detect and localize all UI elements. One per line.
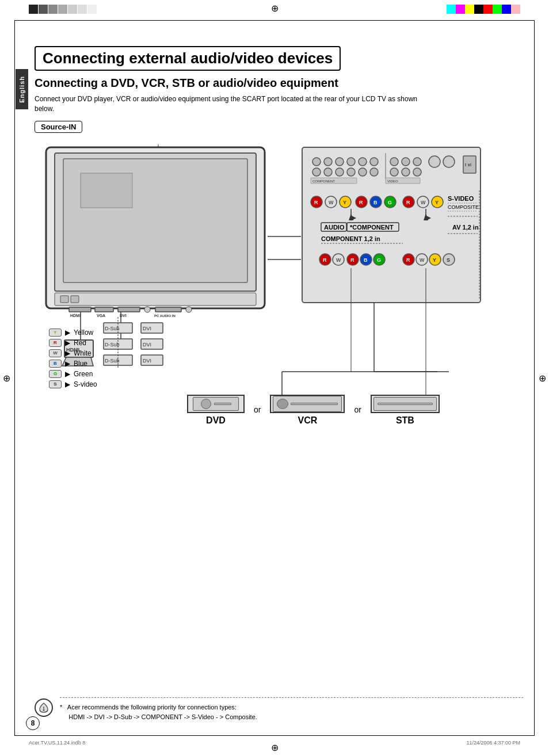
svg-point-27 (413, 158, 421, 166)
svg-text:I ∨I: I ∨I (465, 163, 471, 167)
border-bottom (14, 735, 535, 736)
svg-text:Y: Y (343, 200, 346, 205)
svg-text:VIDEO: VIDEO (387, 180, 398, 183)
svg-rect-99 (155, 307, 181, 312)
svg-point-18 (312, 168, 321, 176)
svg-text:S-VIDEO: S-VIDEO (448, 195, 474, 202)
svg-point-98 (144, 307, 150, 312)
main-diagram-svg: I ∨I COMPONENT VIDEO R W Y R B G R (35, 144, 512, 426)
svg-text:D-Sub: D-Sub (105, 326, 120, 331)
svg-point-23 (370, 168, 378, 176)
svg-text:B: B (373, 200, 378, 205)
svg-text:D-Sub: D-Sub (105, 342, 120, 348)
svg-text:R: R (406, 200, 410, 205)
svg-rect-3 (81, 173, 132, 208)
svg-point-101 (186, 307, 192, 312)
svg-point-16 (359, 158, 367, 166)
svg-point-28 (390, 168, 398, 176)
svg-rect-96 (118, 307, 140, 312)
svg-text:R: R (323, 257, 327, 263)
bottom-info: Acer.TV.US.11.24.indb 8 11/24/2006 4:37:… (29, 740, 520, 746)
vcr-device: VCR (270, 395, 345, 426)
description: Connect your DVD player, VCR or audio/vi… (35, 94, 426, 114)
svg-text:DVI: DVI (143, 342, 151, 348)
svg-text:G: G (377, 257, 381, 263)
stb-label: STB (396, 415, 414, 426)
source-in-label: Source-IN (35, 121, 82, 133)
svg-point-14 (336, 158, 344, 166)
stb-device: STB (371, 395, 440, 426)
note-text: * Acer recommends the following priority… (60, 702, 523, 721)
svg-rect-4 (55, 293, 256, 306)
svg-point-22 (359, 168, 367, 176)
svg-point-20 (336, 168, 344, 176)
language-tab: English (16, 69, 28, 109)
legend-item-green: G ▶ Green (49, 370, 97, 378)
svg-point-15 (347, 158, 355, 166)
svg-point-32 (443, 156, 455, 167)
svg-text:COMPONENT 1,2 in: COMPONENT 1,2 in (321, 235, 380, 242)
language-label: English (18, 76, 25, 103)
svg-text:R: R (350, 257, 354, 263)
svg-point-31 (429, 156, 440, 167)
svg-point-13 (324, 158, 332, 166)
svg-text:COMPOSITE: COMPOSITE (448, 204, 479, 210)
border-left (14, 20, 15, 736)
svg-text:G: G (388, 200, 392, 205)
svg-text:*COMPONENT: *COMPONENT (350, 224, 394, 231)
svg-text:S: S (447, 257, 450, 263)
note-asterisk: * (60, 704, 67, 711)
svg-text:DVI: DVI (143, 358, 151, 364)
svg-rect-94 (95, 307, 113, 312)
note-indent (60, 713, 68, 720)
print-color-bars-right (447, 5, 520, 14)
border-right (534, 20, 535, 736)
devices-row: DVD or VCR or (187, 395, 440, 426)
svg-text:W: W (420, 257, 425, 263)
svg-point-29 (402, 168, 410, 176)
svg-text:Y: Y (433, 257, 436, 263)
main-content: Connecting external audio/video devices … (35, 46, 523, 426)
svg-text:Y: Y (435, 200, 439, 205)
svg-point-21 (347, 168, 355, 176)
note-content: * Acer recommends the following priority… (60, 697, 523, 721)
cross-right-center: ⊕ (539, 373, 546, 384)
svg-point-25 (390, 158, 398, 166)
svg-text:R: R (314, 200, 318, 205)
subtitle: Connecting a DVD, VCR, STB or audio/vide… (35, 77, 523, 90)
note-section: * Acer recommends the following priority… (35, 697, 523, 721)
svg-text:HDMI: HDMI (70, 314, 81, 318)
diagram-area: I ∨I COMPONENT VIDEO R W Y R B G R (35, 144, 512, 426)
svg-text:R: R (406, 257, 410, 263)
svg-text:W: W (329, 200, 334, 205)
legend: Y ▶ Yellow R ▶ Red W ▶ White B ▶ Blue G (49, 329, 97, 388)
or-text-1: or (254, 405, 261, 426)
svg-text:W: W (336, 257, 341, 263)
print-color-bars-left (29, 5, 97, 14)
page-number: 8 (26, 716, 40, 730)
svg-text:R: R (359, 200, 363, 205)
svg-rect-6 (71, 296, 79, 303)
dvd-device: DVD (187, 395, 245, 426)
svg-text:B: B (364, 257, 368, 263)
svg-text:DVI: DVI (120, 314, 127, 318)
dvd-label: DVD (206, 415, 226, 426)
note-icon (35, 698, 53, 717)
legend-item-blue: B ▶ Blue (49, 360, 97, 368)
date-info: 11/24/2006 4:37:00 PM (466, 740, 520, 746)
border-top (14, 20, 535, 21)
svg-rect-92 (69, 307, 91, 312)
svg-point-19 (324, 168, 332, 176)
svg-rect-5 (60, 296, 68, 303)
svg-text:PC AUDIO IN: PC AUDIO IN (154, 314, 176, 318)
cross-left-center: ⊕ (3, 373, 10, 384)
svg-text:AUDIO: AUDIO (324, 224, 345, 231)
svg-text:D-Sub: D-Sub (105, 358, 120, 364)
svg-point-17 (370, 158, 378, 166)
svg-text:DVI: DVI (143, 326, 151, 331)
title-box: Connecting external audio/video devices (35, 46, 341, 71)
vcr-label: VCR (298, 415, 318, 426)
cross-top-center: ⊕ (271, 3, 279, 14)
svg-point-26 (402, 158, 410, 166)
svg-point-30 (413, 168, 421, 176)
